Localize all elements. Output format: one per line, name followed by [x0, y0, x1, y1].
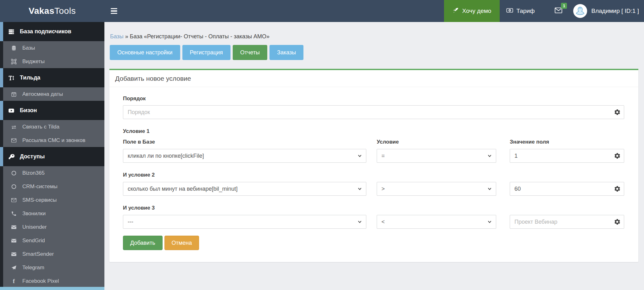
gear-icon[interactable]	[614, 218, 621, 225]
sidebar-item-label: Bizon365	[22, 170, 45, 176]
rocket-icon	[452, 7, 459, 15]
youtube-icon	[7, 107, 15, 114]
messages-button[interactable]: 1	[547, 0, 570, 22]
sidebar-bottom-strip	[0, 287, 104, 290]
envelope-icon	[10, 224, 18, 230]
panel-title: Добавить новое условие	[109, 70, 638, 87]
gear-icon[interactable]	[614, 109, 621, 116]
sidebar-item-label: Facebook Pixel	[22, 278, 59, 284]
main-content: Базы » База «Регистрации- Отчеты - Оплат…	[104, 22, 644, 290]
sidebar-item-рассылка-смс-и-звонков[interactable]: Рассылка СМС и звонков	[0, 134, 104, 147]
demo-button-label: Хочу демо	[462, 8, 491, 14]
gear-icon[interactable]	[614, 152, 621, 159]
facebook-icon: f	[10, 278, 18, 285]
sidebar-item-базы[interactable]: Базы	[0, 41, 104, 55]
condition1-value-input[interactable]	[510, 149, 624, 163]
tab-bar: Основные настройкиРегистрацияОтчетыЗаказ…	[110, 45, 644, 60]
app-logo[interactable]: VakasTools	[0, 0, 104, 22]
condition2-title: И условие 2	[123, 172, 624, 178]
chevron-down-icon	[487, 153, 492, 158]
sidebar-item-telegram[interactable]: Telegram	[0, 261, 104, 274]
logo-light: Tools	[54, 6, 76, 16]
breadcrumb-current: База «Регистрации- Отчеты - Оплаты - зак…	[130, 33, 269, 40]
order-label: Порядок	[123, 95, 624, 102]
add-button[interactable]: Добавить	[123, 236, 163, 250]
sidebar-item-база-подписчиков[interactable]: База подписчиков	[0, 22, 104, 41]
condition3-value-input[interactable]	[510, 215, 624, 229]
condition2-value-input[interactable]	[510, 182, 624, 196]
sidebar-item-label: SMS-сервисы	[22, 197, 57, 203]
database-icon	[10, 45, 18, 51]
breadcrumb-separator: »	[125, 33, 128, 40]
tab-основные-настройки[interactable]: Основные настройки	[110, 45, 180, 60]
sidebar-item-unisender[interactable]: Unisender	[0, 220, 104, 234]
tariff-label: Тариф	[516, 8, 535, 14]
hamburger-icon[interactable]	[111, 0, 117, 22]
tab-заказы[interactable]: Заказы	[269, 45, 303, 60]
condition3-field-select[interactable]: ---	[123, 215, 366, 229]
key-icon	[7, 154, 15, 160]
demo-button[interactable]: Хочу демо	[444, 0, 500, 22]
paper-plane-icon	[10, 265, 18, 271]
condition2-operator-select[interactable]: >	[377, 182, 496, 196]
sidebar-item-виджеты[interactable]: Виджеты	[0, 55, 104, 68]
sidebar-item-label: SendGrid	[22, 238, 45, 244]
sidebar-item-label: Рассылка СМС и звонков	[22, 137, 85, 144]
sidebar-item-smartsender[interactable]: SmartSender	[0, 247, 104, 261]
phone-icon	[10, 211, 18, 216]
order-input[interactable]	[123, 105, 624, 119]
envelope-icon	[10, 251, 18, 257]
sidebar-item-label: Доступы	[20, 153, 45, 160]
sidebar-item-label: Unisender	[22, 224, 47, 230]
sidebar-item-sms-сервисы[interactable]: SMS-сервисы	[0, 193, 104, 207]
add-condition-panel: Добавить новое условие Порядок Условие 1…	[109, 69, 638, 262]
avatar-image	[573, 4, 587, 18]
tab-отчеты[interactable]: Отчеты	[233, 45, 267, 60]
chevron-down-icon	[357, 219, 362, 224]
sidebar-item-label: Тильда	[20, 74, 40, 81]
tab-регистрация[interactable]: Регистрация	[182, 45, 230, 60]
envelope-outline-icon	[10, 197, 18, 203]
gear-icon[interactable]	[614, 185, 621, 192]
chevron-down-icon	[487, 186, 492, 191]
sidebar-item-тильда[interactable]: Тильда	[0, 68, 104, 87]
sidebar-item-label: Автосмена даты	[22, 91, 63, 97]
sidebar-item-crm-системы[interactable]: CRM-системы	[0, 180, 104, 193]
chevron-down-icon	[357, 186, 362, 191]
operator-column-label: Условие	[377, 139, 496, 145]
breadcrumb: Базы » База «Регистрации- Отчеты - Оплат…	[110, 33, 644, 40]
server-icon	[7, 29, 15, 35]
circle-outline-icon	[10, 184, 18, 189]
sidebar-item-label: Базы	[22, 45, 35, 51]
user-name: Владимир [ ID:1 ]	[591, 8, 639, 14]
condition1-field-select[interactable]: кликал ли по кнопке[clickFile]	[123, 149, 366, 163]
breadcrumb-link-bases[interactable]: Базы	[110, 33, 124, 40]
envelope-icon	[10, 238, 18, 243]
condition1-title: Условие 1	[123, 128, 624, 135]
condition1-operator-select[interactable]: =	[377, 149, 496, 163]
user-menu[interactable]: Владимир [ ID:1 ]	[570, 0, 644, 22]
chevron-down-icon	[357, 153, 362, 158]
sidebar-item-facebook-pixel[interactable]: fFacebook Pixel	[0, 274, 104, 288]
sidebar-item-sendgrid[interactable]: SendGrid	[0, 234, 104, 247]
sidebar-item-автосмена-даты[interactable]: Автосмена даты	[0, 87, 104, 101]
text-height-icon	[7, 75, 15, 81]
chevron-down-icon	[487, 219, 492, 224]
condition3-title: И условие 3	[123, 205, 624, 211]
sidebar-item-бизон[interactable]: Бизон	[0, 101, 104, 120]
calendar-plus-icon	[10, 91, 18, 97]
messages-badge: 1	[561, 3, 567, 9]
condition3-operator-select[interactable]: <	[377, 215, 496, 229]
tariff-button[interactable]: Тариф	[500, 0, 541, 22]
sidebar-item-звонилки[interactable]: Звонилки	[0, 207, 104, 220]
sidebar-item-label: База подписчиков	[20, 28, 71, 35]
sidebar-item-bizon365[interactable]: Bizon365	[0, 166, 104, 180]
sidebar-item-label: Бизон	[20, 107, 37, 114]
cancel-button[interactable]: Отмена	[164, 236, 199, 250]
sidebar-item-доступы[interactable]: Доступы	[0, 147, 104, 166]
sidebar-item-связать-с-tilda[interactable]: Связать с Tilda	[0, 120, 104, 134]
sidebar-item-label: CRM-системы	[22, 183, 58, 190]
exchange-icon	[10, 124, 18, 130]
value-column-label: Значение поля	[510, 139, 624, 145]
condition2-field-select[interactable]: сколько был минут на вебинаре[bil_minut]	[123, 182, 366, 196]
